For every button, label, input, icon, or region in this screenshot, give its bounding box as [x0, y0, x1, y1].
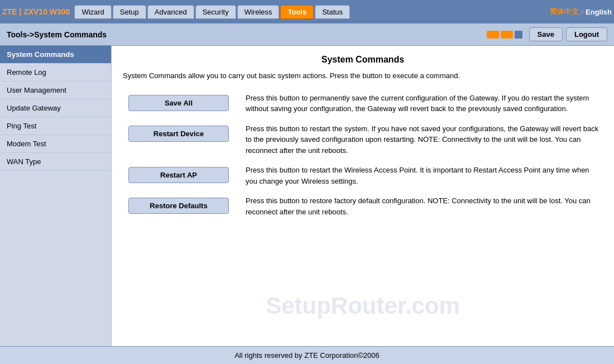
- sidebar-item-modem-test[interactable]: Modem Test: [0, 135, 111, 153]
- cmd-description: Press this button to restart the Wireles…: [246, 165, 603, 186]
- nav-tab-setup[interactable]: Setup: [113, 5, 146, 19]
- cmd-btn-restart-ap[interactable]: Restart AP: [128, 167, 229, 183]
- sidebar-item-wan-type[interactable]: WAN Type: [0, 153, 111, 171]
- cmd-description: Press this button to restore factory def…: [246, 195, 603, 217]
- command-row: Save AllPress this button to permanently…: [123, 93, 603, 114]
- sub-header: Tools->System Commands Save Logout: [0, 23, 614, 46]
- page-title: System Commands: [123, 55, 603, 65]
- commands-list: Save AllPress this button to permanently…: [123, 93, 603, 218]
- sidebar-item-ping-test[interactable]: Ping Test: [0, 117, 111, 135]
- cmd-description: Press this button to permanently save th…: [246, 93, 603, 114]
- brand-model: ZXV10 W300: [23, 7, 70, 16]
- nav-tab-advanced[interactable]: Advanced: [147, 5, 194, 19]
- sidebar-item-remote-log[interactable]: Remote Log: [0, 64, 111, 82]
- cmd-description: Press this button to restart the system.…: [246, 123, 603, 156]
- status-icon-orange: [487, 31, 499, 39]
- nav-tab-wizard[interactable]: Wizard: [74, 5, 111, 19]
- cmd-btn-save-all[interactable]: Save All: [128, 95, 229, 111]
- footer: All rights reserved by ZTE Corporation©2…: [0, 346, 614, 364]
- cmd-btn-restart-device[interactable]: Restart Device: [128, 126, 229, 142]
- status-icons: [487, 31, 522, 39]
- save-button[interactable]: Save: [529, 27, 563, 41]
- command-row: Restart DevicePress this button to resta…: [123, 123, 603, 156]
- footer-text: All rights reserved by ZTE Corporation©2…: [234, 351, 380, 360]
- nav-tab-tools[interactable]: Tools: [280, 5, 314, 19]
- nav-tab-wireless[interactable]: Wireless: [237, 5, 280, 19]
- nav-tabs: WizardSetupAdvancedSecurityWirelessTools…: [74, 5, 545, 19]
- lang-cn-button[interactable]: 简体中文: [550, 7, 579, 17]
- content-area: System Commands System Commands allow yo…: [112, 46, 614, 346]
- lang-en-button[interactable]: English: [586, 8, 612, 16]
- breadcrumb: Tools->System Commands: [7, 30, 107, 39]
- status-icon-blue: [515, 31, 522, 39]
- command-row: Restart APPress this button to restart t…: [123, 165, 603, 186]
- sidebar: System CommandsRemote LogUser Management…: [0, 46, 112, 346]
- sidebar-item-user-management[interactable]: User Management: [0, 82, 111, 99]
- sidebar-item-system-commands[interactable]: System Commands: [0, 46, 111, 64]
- logout-button[interactable]: Logout: [566, 27, 607, 41]
- top-navigation: ZTE | ZXV10 W300 WizardSetupAdvancedSecu…: [0, 0, 614, 23]
- command-row: Restore DefaultsPress this button to res…: [123, 195, 603, 217]
- language-selector: 简体中文 / English: [550, 7, 612, 17]
- main-layout: System CommandsRemote LogUser Management…: [0, 46, 614, 346]
- watermark: SetupRouter.com: [112, 293, 614, 319]
- cmd-btn-restore-defaults[interactable]: Restore Defaults: [128, 198, 229, 214]
- brand-logo: ZTE | ZXV10 W300: [2, 7, 70, 16]
- nav-tab-status[interactable]: Status: [315, 5, 350, 19]
- nav-tab-security[interactable]: Security: [195, 5, 236, 19]
- sidebar-item-update-gateway[interactable]: Update Gateway: [0, 99, 111, 117]
- page-description: System Commands allow you to carry out b…: [123, 70, 603, 82]
- sub-header-actions: Save Logout: [487, 27, 607, 41]
- status-icon-orange2: [501, 31, 513, 39]
- brand-prefix: ZTE |: [2, 7, 23, 16]
